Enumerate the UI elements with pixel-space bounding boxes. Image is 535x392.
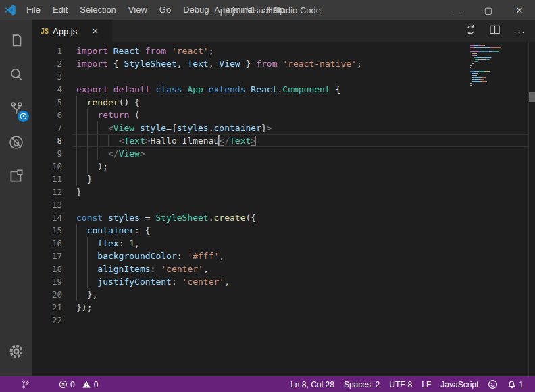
code-line[interactable]: 18 alignItems: 'center', (32, 262, 528, 275)
code-line[interactable]: 21}); (32, 301, 528, 314)
code-line[interactable]: 7 <View style={styles.container}> (32, 121, 528, 134)
code-text: render() { (76, 96, 528, 109)
code-text: import React from 'react'; (76, 45, 528, 57)
indentation[interactable]: Spaces: 2 (339, 376, 384, 392)
menu-edit[interactable]: Edit (47, 0, 74, 20)
tab-appjs[interactable]: JS App.js ✕ (32, 20, 112, 42)
code-editor[interactable]: 1import React from 'react';2import { Sty… (32, 42, 535, 376)
line-number: 13 (32, 198, 62, 211)
notification-count: 1 (519, 380, 524, 389)
line-number: 6 (32, 109, 62, 121)
window-controls: — ▢ ✕ (442, 0, 535, 20)
line-number: 11 (32, 173, 62, 186)
debug-icon[interactable] (0, 127, 32, 158)
code-text: flex: 1, (76, 237, 528, 250)
code-line[interactable]: 6 return ( (32, 109, 528, 121)
js-file-icon: JS (41, 28, 49, 35)
minimap-line (470, 87, 528, 88)
menu-debug[interactable]: Debug (177, 0, 215, 20)
code-text: export default class App extends React.C… (76, 83, 528, 96)
sync-changes-icon[interactable] (465, 24, 476, 38)
menu-terminal[interactable]: Terminal (215, 0, 260, 20)
problems-indicator[interactable]: 0 0 (54, 376, 103, 392)
code-line[interactable]: 9 </View> (32, 147, 528, 160)
line-number: 16 (32, 237, 62, 250)
code-text: return ( (76, 109, 528, 121)
maximize-button[interactable]: ▢ (473, 0, 504, 20)
minimap-line (470, 61, 528, 62)
warning-count: 0 (94, 380, 99, 389)
code-text: }, (76, 288, 528, 301)
code-line[interactable]: 4export default class App extends React.… (32, 83, 528, 96)
settings-gear-icon[interactable] (0, 336, 32, 367)
code-line[interactable]: 17 backgroundColor: '#fff', (32, 250, 528, 262)
menu-selection[interactable]: Selection (74, 0, 122, 20)
code-text: alignItems: 'center', (76, 262, 528, 275)
code-line[interactable]: 5 render() { (32, 96, 528, 109)
code-line[interactable]: 8 <Text>Hallo Ilmenau</Text> (32, 134, 528, 147)
code-line[interactable]: 20 }, (32, 288, 528, 301)
minimap-line (470, 55, 528, 56)
code-line[interactable]: 19 justifyContent: 'center', (32, 275, 528, 288)
vscode-logo-icon (0, 5, 20, 16)
minimap-line (470, 67, 528, 68)
code-line[interactable]: 1import React from 'react'; (32, 45, 528, 57)
code-line[interactable]: 10 ); (32, 160, 528, 173)
menu-file[interactable]: File (20, 0, 47, 20)
sync-progress-badge (18, 111, 29, 122)
encoding[interactable]: UTF-8 (384, 376, 417, 392)
extensions-icon[interactable] (0, 161, 32, 192)
code-line[interactable]: 15 container: { (32, 224, 528, 237)
menu-view[interactable]: View (122, 0, 153, 20)
minimap-line (470, 81, 528, 82)
close-button[interactable]: ✕ (504, 0, 535, 20)
code-line[interactable]: 11 } (32, 173, 528, 186)
status-bar: 0 0 Ln 8, Col 28 Spaces: 2 UTF-8 LF Java… (0, 376, 535, 392)
cursor-position[interactable]: Ln 8, Col 28 (286, 376, 339, 392)
line-number: 2 (32, 57, 62, 70)
language-mode[interactable]: JavaScript (436, 376, 483, 392)
code-line[interactable]: 13 (32, 198, 528, 211)
indent-guide (87, 109, 88, 121)
code-lines: 1import React from 'react';2import { Sty… (32, 45, 528, 327)
code-text: } (76, 186, 528, 198)
overview-ruler[interactable] (528, 42, 535, 376)
indent-guide (87, 262, 88, 275)
code-line[interactable]: 3 (32, 70, 528, 83)
minimize-button[interactable]: — (442, 0, 473, 20)
menu-go[interactable]: Go (153, 0, 177, 20)
code-text: import { StyleSheet, Text, View } from '… (76, 57, 528, 70)
search-icon[interactable] (0, 59, 32, 90)
editor-actions: ··· (465, 20, 535, 42)
source-control-icon[interactable] (0, 93, 32, 124)
minimap-line (470, 75, 528, 76)
indent-guide (76, 96, 77, 109)
git-branch-icon[interactable] (16, 376, 35, 392)
indent-guide (76, 288, 77, 301)
line-number: 9 (32, 147, 62, 160)
activity-bar (0, 20, 32, 376)
minimap-line (470, 77, 528, 78)
eol-sequence[interactable]: LF (417, 376, 436, 392)
notifications-bell-icon[interactable]: 1 (503, 376, 528, 392)
explorer-icon[interactable] (0, 26, 32, 57)
indent-guide (108, 134, 109, 147)
line-number: 8 (32, 134, 62, 147)
more-actions-icon[interactable]: ··· (513, 26, 526, 37)
split-editor-icon[interactable] (490, 25, 500, 37)
feedback-smiley-icon[interactable] (483, 376, 503, 392)
code-line[interactable]: 12} (32, 186, 528, 198)
code-text (76, 314, 528, 327)
menu-help[interactable]: Help (261, 0, 291, 20)
line-number: 10 (32, 160, 62, 173)
minimap[interactable] (470, 45, 528, 89)
tab-close-icon[interactable]: ✕ (92, 27, 98, 36)
code-line[interactable]: 22 (32, 314, 528, 327)
indent-guide (76, 275, 77, 288)
line-number: 18 (32, 262, 62, 275)
code-line[interactable]: 14const styles = StyleSheet.create({ (32, 211, 528, 224)
indent-guide (87, 121, 88, 134)
menu-bar: FileEditSelectionViewGoDebugTerminalHelp (20, 0, 290, 20)
code-line[interactable]: 16 flex: 1, (32, 237, 528, 250)
code-line[interactable]: 2import { StyleSheet, Text, View } from … (32, 57, 528, 70)
